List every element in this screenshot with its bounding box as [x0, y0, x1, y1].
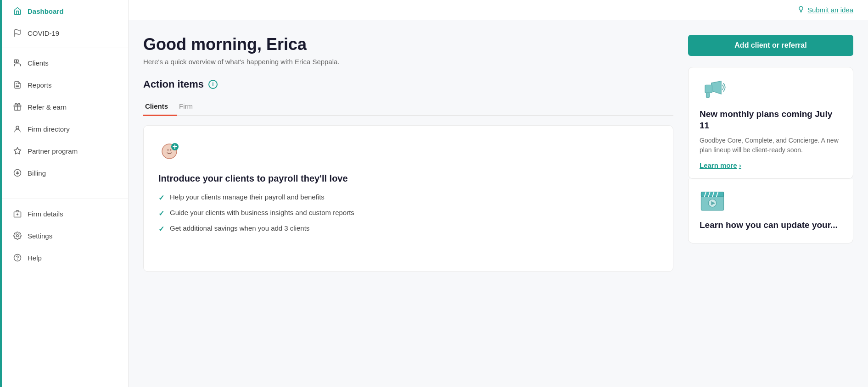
building-icon [13, 209, 22, 218]
person-circle-icon [13, 124, 22, 133]
check-item-text-3: Get additional savings when you add 3 cl… [170, 224, 309, 232]
announcement-card-1: New monthly plans coming July 11 Goodbye… [688, 67, 853, 179]
sidebar-item-label: Firm directory [28, 125, 70, 133]
sidebar-item-firm-details[interactable]: Firm details [0, 203, 128, 225]
sidebar-item-label: Dashboard [28, 7, 63, 15]
gift-icon [13, 102, 22, 111]
check-list: ✓ Help your clients manage their payroll… [158, 193, 658, 233]
person-icon [13, 58, 22, 67]
clapperboard-icon [700, 188, 725, 212]
checkmark-icon-3: ✓ [158, 225, 164, 233]
check-item-text-2: Guide your clients with business insight… [170, 209, 354, 216]
svg-marker-8 [14, 148, 21, 154]
sidebar-accent-bar [0, 0, 2, 387]
check-item-text-1: Help your clients manage their payroll a… [170, 193, 325, 201]
sidebar-divider-2 [0, 199, 128, 199]
announcement-card-2: Learn how you can update your... [688, 179, 853, 243]
greeting-subtitle: Here's a quick overview of what's happen… [143, 58, 673, 66]
sidebar-item-firm-directory[interactable]: Firm directory [0, 118, 128, 140]
sidebar-item-label: COVID-19 [28, 29, 59, 37]
sidebar-item-covid19[interactable]: COVID-19 [0, 22, 128, 44]
checkmark-icon-2: ✓ [158, 209, 164, 218]
chevron-right-icon: › [739, 161, 741, 169]
submit-idea-link[interactable]: Submit an idea [797, 6, 853, 14]
sidebar-item-help[interactable]: Help [0, 247, 128, 269]
add-client-button[interactable]: Add client or referral [688, 35, 853, 56]
svg-rect-25 [705, 85, 712, 93]
greeting-section: Good morning, Erica Here's a quick overv… [143, 35, 673, 66]
sidebar: Dashboard COVID-19 Clients [0, 0, 129, 387]
check-item-2: ✓ Guide your clients with business insig… [158, 209, 658, 218]
sidebar-item-label: Help [28, 254, 42, 262]
svg-point-14 [17, 235, 19, 237]
sidebar-item-label: Refer & earn [28, 103, 67, 111]
card-title: Introduce your clients to payroll they'l… [158, 173, 658, 184]
gear-icon [13, 231, 22, 240]
star-icon [13, 146, 22, 155]
action-card: Introduce your clients to payroll they'l… [143, 125, 673, 272]
sidebar-item-label: Settings [28, 232, 52, 240]
sidebar-item-clients[interactable]: Clients [0, 52, 128, 74]
person-add-icon [158, 138, 184, 164]
sidebar-item-partner-program[interactable]: Partner program [0, 140, 128, 162]
svg-rect-26 [706, 93, 710, 97]
check-item-3: ✓ Get additional savings when you add 3 … [158, 224, 658, 233]
sidebar-item-label: Reports [28, 81, 52, 89]
megaphone-icon [700, 78, 727, 101]
action-items-header: Action items i [143, 78, 673, 90]
sidebar-item-refer-earn[interactable]: Refer & earn [0, 96, 128, 118]
reports-icon [13, 80, 22, 89]
tab-clients[interactable]: Clients [143, 98, 177, 116]
lightbulb-icon [797, 6, 805, 14]
learn-more-label-1: Learn more [700, 161, 737, 169]
announcement-title-2: Learn how you can update your... [700, 220, 842, 231]
sidebar-gap [0, 184, 128, 195]
tab-firm[interactable]: Firm [177, 98, 202, 116]
info-icon[interactable]: i [208, 80, 218, 89]
dollar-icon [13, 168, 22, 177]
checkmark-icon-1: ✓ [158, 194, 164, 202]
sidebar-item-label: Firm details [28, 210, 63, 218]
tabs: Clients Firm [143, 98, 673, 116]
svg-point-7 [16, 126, 19, 129]
sidebar-item-reports[interactable]: Reports [0, 74, 128, 96]
question-icon [13, 253, 22, 262]
left-column: Good morning, Erica Here's a quick overv… [143, 35, 673, 387]
home-icon [13, 6, 22, 16]
check-item-1: ✓ Help your clients manage their payroll… [158, 193, 658, 202]
sidebar-item-billing[interactable]: Billing [0, 162, 128, 184]
greeting-title: Good morning, Erica [143, 35, 673, 54]
sidebar-item-label: Partner program [28, 147, 78, 155]
sidebar-item-label: Billing [28, 169, 46, 177]
flag-icon [13, 28, 22, 38]
svg-marker-24 [711, 81, 721, 94]
learn-more-link-1[interactable]: Learn more › [700, 161, 842, 169]
sidebar-item-label: Clients [28, 59, 49, 67]
svg-point-20 [170, 149, 172, 151]
submit-idea-label: Submit an idea [807, 6, 853, 14]
sidebar-item-dashboard[interactable]: Dashboard [0, 0, 128, 22]
sidebar-item-settings[interactable]: Settings [0, 225, 128, 247]
svg-point-19 [168, 149, 169, 151]
main-content: Submit an idea Good morning, Erica Here'… [129, 0, 868, 387]
announcement-body-1: Goodbye Core, Complete, and Concierge. A… [700, 136, 842, 155]
right-column: Add client or referral New monthly plans… [688, 35, 853, 387]
content-area: Good morning, Erica Here's a quick overv… [129, 20, 868, 387]
sidebar-divider [0, 48, 128, 48]
announcement-title-1: New monthly plans coming July 11 [700, 109, 842, 131]
action-items-title: Action items [143, 78, 204, 90]
top-bar: Submit an idea [129, 0, 868, 20]
